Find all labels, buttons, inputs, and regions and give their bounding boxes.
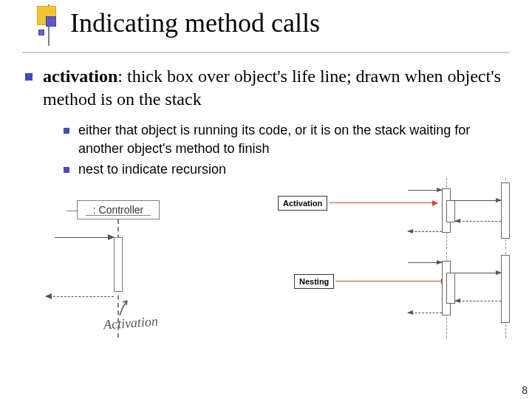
arrow-return-dashed	[408, 231, 442, 232]
arrow-return-dashed	[408, 313, 442, 313]
title-underline	[22, 52, 510, 53]
sub-bullet-text: either that object is running its code, …	[78, 121, 510, 157]
line	[66, 211, 77, 211]
diagram-area: : Controller Activation Activation Nesti…	[22, 185, 510, 355]
activation-bar	[114, 237, 123, 292]
arrow-call-in	[55, 237, 114, 238]
activation-bar	[501, 255, 510, 323]
slide-body: activation: thick box over object's life…	[0, 52, 532, 355]
page-number: 8	[522, 384, 528, 396]
arrow-return-dashed	[455, 221, 501, 222]
bullet-square-icon	[25, 73, 33, 81]
bullet-term: activation	[43, 66, 117, 86]
sub-bullet-list: either that object is running its code, …	[22, 111, 510, 181]
activation-bar	[501, 183, 510, 239]
arrow-call	[408, 190, 442, 191]
nesting-label-box: Nesting	[294, 274, 334, 289]
arrow-call	[451, 200, 501, 201]
activation-handwritten-label: Activation	[103, 314, 158, 333]
bullet-level2: either that object is running its code, …	[64, 121, 510, 160]
title-ornament	[35, 4, 61, 49]
activation-label-box: Activation	[278, 196, 327, 211]
arrow-call	[408, 262, 442, 263]
slide-title: Indicating method calls	[70, 7, 532, 38]
nesting-diagram	[392, 178, 532, 348]
arrow-return-dashed	[455, 301, 501, 301]
title-block: Indicating method calls	[0, 0, 532, 52]
underline	[86, 215, 151, 216]
bullet-square-icon	[64, 128, 69, 134]
arrow-return-dashed	[46, 296, 114, 297]
bullet-square-icon	[64, 167, 69, 173]
controller-object-box: : Controller	[77, 200, 160, 219]
sub-bullet-text: nest to indicate recursion	[78, 160, 226, 178]
bullet-level1: activation: thick box over object's life…	[22, 65, 510, 111]
bullet-text: activation: thick box over object's life…	[43, 65, 510, 111]
arrow-call	[455, 273, 501, 273]
